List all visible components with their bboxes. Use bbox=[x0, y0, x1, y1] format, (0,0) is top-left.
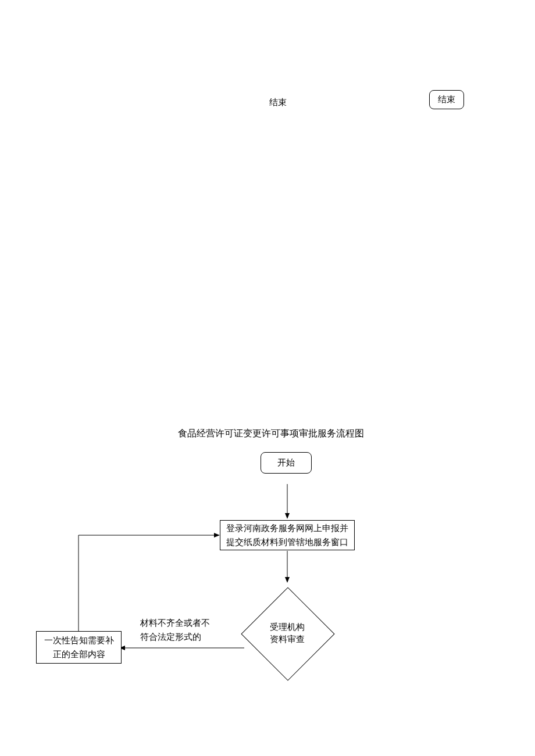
end-label-top-left: 结束 bbox=[269, 97, 287, 108]
inform-line1: 一次性告知需要补 bbox=[37, 633, 121, 647]
submit-line1: 登录河南政务服务网网上申报并 bbox=[220, 521, 354, 535]
arrow-inform-back-to-submit bbox=[74, 532, 226, 635]
svg-marker-8 bbox=[214, 533, 220, 538]
review-decision: 受理机构 资料审查 bbox=[241, 587, 334, 680]
svg-marker-3 bbox=[285, 577, 290, 583]
decision-line2: 资料审查 bbox=[270, 633, 305, 646]
start-terminator: 开始 bbox=[261, 452, 312, 474]
decision-line1: 受理机构 bbox=[270, 621, 305, 633]
arrow-decision-to-inform bbox=[119, 645, 253, 657]
inform-process: 一次性告知需要补 正的全部内容 bbox=[36, 631, 122, 664]
svg-marker-1 bbox=[285, 513, 290, 519]
submit-process: 登录河南政务服务网网上申报并 提交纸质材料到管辖地服务窗口 bbox=[220, 520, 355, 550]
inform-line2: 正的全部内容 bbox=[37, 647, 121, 661]
arrow-submit-to-decision bbox=[284, 551, 290, 583]
flowchart-title: 食品经营许可证变更许可事项审批服务流程图 bbox=[178, 428, 364, 440]
submit-line2: 提交纸质材料到管辖地服务窗口 bbox=[220, 535, 354, 549]
arrow-start-to-submit bbox=[284, 484, 290, 519]
end-terminator-top-right: 结束 bbox=[429, 90, 464, 109]
